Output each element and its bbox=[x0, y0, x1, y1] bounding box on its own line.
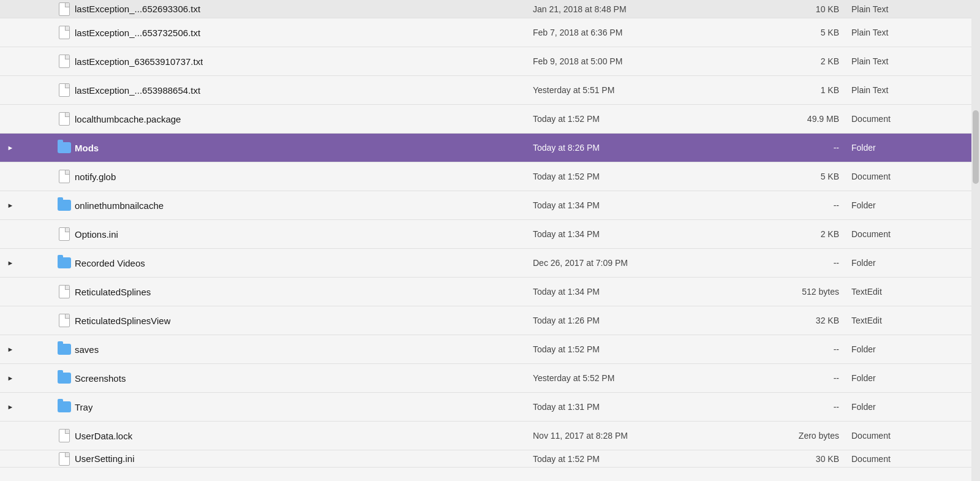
file-date: Dec 26, 2017 at 7:09 PM bbox=[533, 258, 729, 268]
file-type: Plain Text bbox=[851, 4, 974, 14]
file-type: Document bbox=[851, 229, 974, 239]
expand-arrow-icon[interactable]: ► bbox=[6, 259, 15, 267]
file-name-col: onlinethumbnailcache bbox=[55, 197, 533, 213]
table-row[interactable]: lastException_...653988654.txtYesterday … bbox=[0, 76, 980, 105]
file-size: 5 KB bbox=[729, 28, 851, 37]
file-name: Tray bbox=[75, 402, 92, 412]
folder-icon bbox=[58, 341, 71, 357]
file-name-col: localthumbcache.package bbox=[55, 111, 533, 127]
table-row[interactable]: ►ModsToday at 8:26 PM--Folder bbox=[0, 134, 980, 162]
expand-arrow-icon[interactable]: ► bbox=[6, 143, 15, 152]
expander-col: ► bbox=[6, 259, 55, 267]
table-row[interactable]: UserData.lockNov 11, 2017 at 8:28 PMZero… bbox=[0, 422, 980, 450]
table-row[interactable]: lastException_...653732506.txtFeb 7, 201… bbox=[0, 18, 980, 47]
file-name: lastException_...652693306.txt bbox=[75, 4, 200, 14]
file-size: 49.9 MB bbox=[729, 114, 851, 124]
table-row[interactable]: ►Recorded VideosDec 26, 2017 at 7:09 PM-… bbox=[0, 249, 980, 278]
document-icon bbox=[58, 226, 71, 242]
table-row[interactable]: lastException_...652693306.txtJan 21, 20… bbox=[0, 0, 980, 18]
file-date: Nov 11, 2017 at 8:28 PM bbox=[533, 431, 729, 441]
table-row[interactable]: UserSetting.iniToday at 1:52 PM30 KBDocu… bbox=[0, 450, 980, 468]
expand-arrow-icon[interactable]: ► bbox=[6, 201, 15, 210]
file-size: 2 KB bbox=[729, 56, 851, 66]
file-type: Document bbox=[851, 172, 974, 181]
file-date: Today at 1:31 PM bbox=[533, 402, 729, 412]
table-row[interactable]: ►ScreenshotsYesterday at 5:52 PM--Folder bbox=[0, 364, 980, 393]
file-name: lastException_...653988654.txt bbox=[75, 85, 200, 96]
file-size: -- bbox=[729, 258, 851, 268]
file-name-col: ReticulatedSplinesView bbox=[55, 312, 533, 328]
folder-icon bbox=[58, 197, 71, 213]
file-name: lastException_...653732506.txt bbox=[75, 28, 200, 38]
expander-col: ► bbox=[6, 345, 55, 354]
file-size: 512 bytes bbox=[729, 287, 851, 297]
document-icon bbox=[58, 111, 71, 127]
file-size: 32 KB bbox=[729, 316, 851, 325]
file-date: Today at 1:26 PM bbox=[533, 316, 729, 325]
file-date: Today at 1:34 PM bbox=[533, 229, 729, 239]
file-type: Folder bbox=[851, 344, 974, 354]
scrollbar[interactable] bbox=[971, 0, 980, 481]
file-size: 5 KB bbox=[729, 172, 851, 181]
expander-col: ► bbox=[6, 374, 55, 382]
file-name-col: Options.ini bbox=[55, 226, 533, 242]
file-date: Today at 1:34 PM bbox=[533, 287, 729, 297]
expand-arrow-icon[interactable]: ► bbox=[6, 403, 15, 411]
file-date: Yesterday at 5:52 PM bbox=[533, 373, 729, 383]
file-name: Mods bbox=[75, 143, 99, 153]
file-name: saves bbox=[75, 344, 99, 355]
file-name-col: UserData.lock bbox=[55, 428, 533, 444]
scrollbar-thumb[interactable] bbox=[973, 110, 979, 184]
document-icon bbox=[58, 284, 71, 300]
file-type: Document bbox=[851, 431, 974, 441]
file-size: -- bbox=[729, 402, 851, 412]
file-type: Folder bbox=[851, 402, 974, 412]
expand-arrow-icon[interactable]: ► bbox=[6, 374, 15, 382]
file-date: Today at 1:52 PM bbox=[533, 114, 729, 124]
table-row[interactable]: ►TrayToday at 1:31 PM--Folder bbox=[0, 393, 980, 422]
table-row[interactable]: ►savesToday at 1:52 PM--Folder bbox=[0, 335, 980, 364]
file-type: Plain Text bbox=[851, 56, 974, 66]
file-size: -- bbox=[729, 200, 851, 210]
file-type: Folder bbox=[851, 200, 974, 210]
file-name-col: Screenshots bbox=[55, 370, 533, 386]
file-size: -- bbox=[729, 344, 851, 354]
file-type: Plain Text bbox=[851, 85, 974, 95]
file-name-col: lastException_...653732506.txt bbox=[55, 25, 533, 40]
file-type: Document bbox=[851, 114, 974, 124]
file-name: ReticulatedSplines bbox=[75, 287, 151, 297]
file-name-col: UserSetting.ini bbox=[55, 451, 533, 467]
file-type: Plain Text bbox=[851, 28, 974, 37]
file-date: Feb 9, 2018 at 5:00 PM bbox=[533, 56, 729, 66]
table-row[interactable]: ►onlinethumbnailcacheToday at 1:34 PM--F… bbox=[0, 191, 980, 220]
file-name: localthumbcache.package bbox=[75, 114, 181, 124]
file-name-col: notify.glob bbox=[55, 169, 533, 184]
expand-arrow-icon[interactable]: ► bbox=[6, 345, 15, 354]
file-date: Today at 1:52 PM bbox=[533, 172, 729, 181]
file-type: Folder bbox=[851, 258, 974, 268]
file-name: Recorded Videos bbox=[75, 258, 145, 268]
file-size: 1 KB bbox=[729, 85, 851, 95]
expander-col: ► bbox=[6, 403, 55, 411]
file-size: -- bbox=[729, 143, 851, 153]
table-row[interactable]: localthumbcache.packageToday at 1:52 PM4… bbox=[0, 105, 980, 134]
folder-icon bbox=[58, 370, 71, 386]
table-row[interactable]: ReticulatedSplinesViewToday at 1:26 PM32… bbox=[0, 306, 980, 335]
file-name-col: lastException_...653988654.txt bbox=[55, 82, 533, 98]
table-row[interactable]: notify.globToday at 1:52 PM5 KBDocument bbox=[0, 162, 980, 191]
table-row[interactable]: Options.iniToday at 1:34 PM2 KBDocument bbox=[0, 220, 980, 249]
folder-icon bbox=[58, 140, 71, 156]
file-list: lastException_...652693306.txtJan 21, 20… bbox=[0, 0, 980, 481]
document-icon bbox=[58, 169, 71, 184]
document-icon bbox=[58, 1, 71, 17]
file-name-col: saves bbox=[55, 341, 533, 357]
document-icon bbox=[58, 312, 71, 328]
expander-col: ► bbox=[6, 143, 55, 152]
table-row[interactable]: lastException_63653910737.txtFeb 9, 2018… bbox=[0, 47, 980, 76]
file-name-col: lastException_63653910737.txt bbox=[55, 53, 533, 69]
table-row[interactable]: ReticulatedSplinesToday at 1:34 PM512 by… bbox=[0, 278, 980, 306]
folder-icon bbox=[58, 255, 71, 271]
file-date: Today at 8:26 PM bbox=[533, 143, 729, 153]
file-name: notify.glob bbox=[75, 172, 116, 182]
file-date: Jan 21, 2018 at 8:48 PM bbox=[533, 4, 729, 14]
